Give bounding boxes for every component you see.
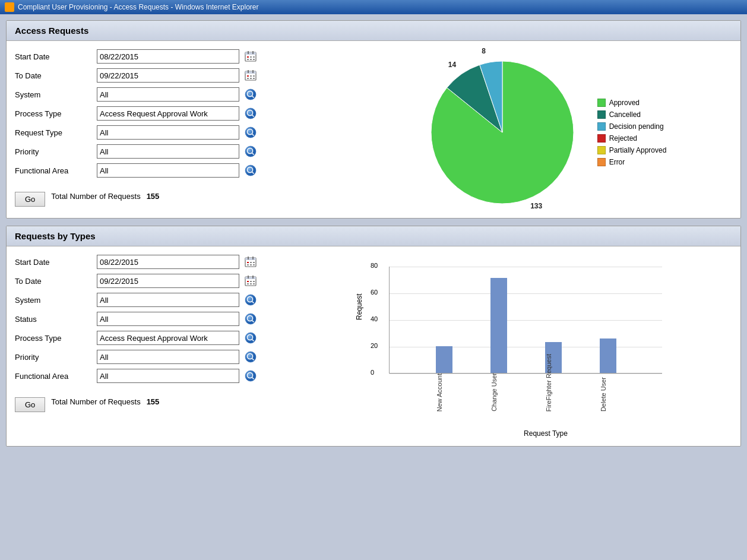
legend-label: Decision pending bbox=[609, 122, 664, 131]
panel1-go-button[interactable]: Go bbox=[15, 192, 45, 207]
search-button[interactable] bbox=[244, 145, 257, 158]
input-process-type[interactable] bbox=[97, 331, 239, 345]
legend-color bbox=[597, 146, 606, 154]
panel2-form: Start Date To Date System Status Process… bbox=[15, 255, 347, 438]
form-row-0: Start Date bbox=[15, 255, 347, 269]
svg-point-67 bbox=[245, 371, 256, 381]
svg-point-26 bbox=[245, 127, 256, 138]
panel1-chart-section: 133148 ApprovedCancelledDecision pending… bbox=[359, 49, 732, 210]
search-button[interactable] bbox=[244, 331, 257, 344]
label-priority: Priority bbox=[15, 353, 92, 362]
panel1-form: Start Date To Date System Process Type R… bbox=[15, 49, 347, 210]
svg-rect-46 bbox=[245, 277, 256, 279]
svg-rect-40 bbox=[250, 262, 252, 263]
bar-label: FireFighter Request bbox=[545, 354, 562, 412]
window-icon bbox=[5, 2, 14, 12]
legend-label: Cancelled bbox=[609, 110, 641, 119]
svg-rect-39 bbox=[247, 262, 249, 263]
label-start-date: Start Date bbox=[15, 52, 92, 61]
input-to-date[interactable] bbox=[97, 68, 239, 83]
pie-chart: 133148 bbox=[425, 55, 580, 210]
legend-item: Partially Approved bbox=[597, 146, 667, 154]
input-start-date[interactable] bbox=[97, 255, 239, 269]
search-button[interactable] bbox=[244, 350, 257, 363]
input-priority[interactable] bbox=[97, 350, 239, 364]
label-to-date: To Date bbox=[15, 71, 92, 80]
requests-by-types-panel: Requests by Types Start Date To Date Sys… bbox=[6, 226, 741, 447]
legend-label: Approved bbox=[609, 99, 640, 107]
input-to-date[interactable] bbox=[97, 274, 239, 288]
label-request-type: Request Type bbox=[15, 128, 92, 137]
label-functional-area: Functional Area bbox=[15, 166, 92, 175]
input-process-type[interactable] bbox=[97, 106, 239, 121]
input-request-type[interactable] bbox=[97, 125, 239, 140]
svg-rect-1 bbox=[245, 52, 256, 55]
search-button[interactable] bbox=[244, 164, 257, 177]
bar bbox=[436, 346, 452, 373]
panel2-header: Requests by Types bbox=[7, 226, 740, 246]
svg-rect-51 bbox=[253, 281, 255, 282]
input-functional-area[interactable] bbox=[97, 369, 239, 383]
input-system[interactable] bbox=[97, 87, 239, 102]
svg-rect-7 bbox=[247, 59, 249, 60]
label-system: System bbox=[15, 90, 92, 99]
svg-point-64 bbox=[245, 352, 256, 362]
form-row-3: Process Type bbox=[15, 106, 347, 121]
legend-color bbox=[597, 122, 606, 131]
svg-rect-49 bbox=[247, 281, 249, 282]
svg-rect-14 bbox=[247, 75, 249, 77]
calendar-button[interactable] bbox=[244, 50, 257, 63]
legend-color bbox=[597, 134, 606, 143]
form-row-1: To Date bbox=[15, 68, 347, 83]
panel1-total-label: Total Number of Requests bbox=[51, 192, 140, 201]
svg-rect-16 bbox=[253, 75, 255, 77]
bar-chart-x-title: Request Type bbox=[359, 429, 732, 438]
label-to-date: To Date bbox=[15, 277, 92, 286]
calendar-button[interactable] bbox=[244, 274, 257, 287]
bar-label: New Account bbox=[436, 374, 452, 412]
access-requests-panel: Access Requests Start Date To Date Syste… bbox=[6, 20, 741, 219]
panel2-go-button[interactable]: Go bbox=[15, 397, 45, 412]
form-row-5: Priority bbox=[15, 144, 347, 159]
form-row-2: System bbox=[15, 87, 347, 102]
legend-label: Partially Approved bbox=[609, 146, 667, 154]
input-status[interactable] bbox=[97, 312, 239, 326]
svg-rect-52 bbox=[247, 283, 249, 284]
legend-item: Approved bbox=[597, 99, 667, 107]
y-label: 40 bbox=[371, 315, 378, 322]
svg-rect-44 bbox=[253, 264, 255, 265]
form-row-4: Request Type bbox=[15, 125, 347, 140]
pie-label: 8 bbox=[482, 47, 486, 55]
legend-item: Decision pending bbox=[597, 122, 667, 131]
label-status: Status bbox=[15, 315, 92, 324]
y-label: 80 bbox=[371, 262, 378, 269]
label-process-type: Process Type bbox=[15, 109, 92, 118]
svg-point-32 bbox=[245, 165, 256, 176]
input-system[interactable] bbox=[97, 293, 239, 307]
calendar-button[interactable] bbox=[244, 69, 257, 82]
svg-rect-53 bbox=[250, 283, 252, 284]
search-button[interactable] bbox=[244, 126, 257, 139]
input-priority[interactable] bbox=[97, 144, 239, 159]
panel1-header: Access Requests bbox=[7, 21, 740, 41]
input-start-date[interactable] bbox=[97, 49, 239, 64]
input-functional-area[interactable] bbox=[97, 163, 239, 178]
panel2-total-value: 155 bbox=[147, 397, 160, 406]
svg-rect-18 bbox=[250, 78, 252, 79]
search-button[interactable] bbox=[244, 88, 257, 101]
search-button[interactable] bbox=[244, 312, 257, 325]
legend-label: Rejected bbox=[609, 134, 637, 143]
bar-label: Delete User bbox=[600, 377, 616, 412]
calendar-button[interactable] bbox=[244, 255, 257, 268]
form-row-6: Functional Area bbox=[15, 369, 347, 383]
label-start-date: Start Date bbox=[15, 258, 92, 267]
form-row-0: Start Date bbox=[15, 49, 347, 64]
search-button[interactable] bbox=[244, 293, 257, 306]
y-label: 0 bbox=[371, 369, 374, 376]
svg-point-55 bbox=[245, 295, 256, 305]
search-button[interactable] bbox=[244, 369, 257, 382]
svg-rect-36 bbox=[245, 258, 256, 260]
search-button[interactable] bbox=[244, 107, 257, 120]
bar-label: Change User bbox=[490, 373, 507, 412]
svg-rect-4 bbox=[247, 56, 249, 58]
